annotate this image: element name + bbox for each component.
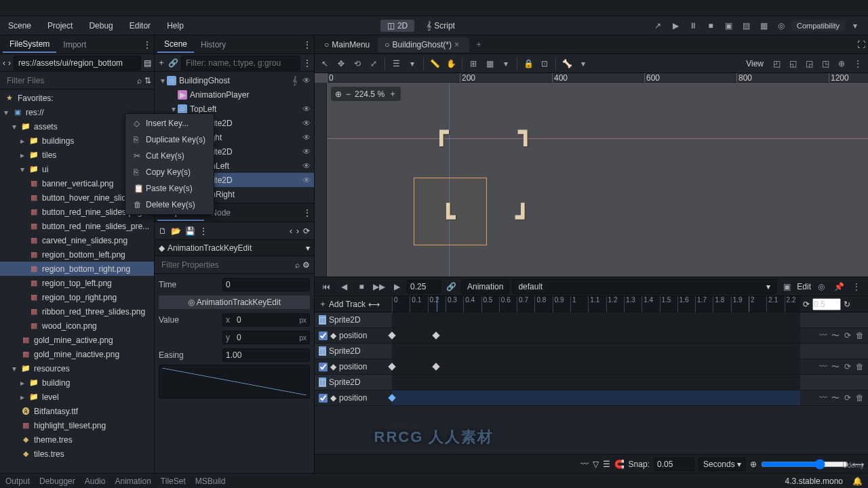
tab-tileset[interactable]: TileSet (161, 476, 186, 486)
group-icon[interactable]: ⊡ (537, 56, 552, 71)
vp-opt5-icon[interactable]: ⊕ (834, 56, 849, 71)
zoom-in-icon[interactable]: ＋ (389, 88, 397, 100)
track-enabled-checkbox[interactable] (319, 331, 328, 340)
add-tab-button[interactable]: ＋ (471, 37, 487, 52)
interp-icon[interactable]: 〰 (818, 330, 829, 341)
dock-menu-icon[interactable]: ⋮ (303, 208, 311, 218)
zoom-value[interactable]: 224.5 % (355, 89, 384, 99)
magnet-icon[interactable]: 🧲 (614, 460, 625, 469)
search-icon[interactable]: ⌕ (137, 76, 142, 85)
vp-opt1-icon[interactable]: ◰ (769, 56, 784, 71)
tab-history[interactable]: History (194, 37, 233, 52)
stop-icon[interactable]: ■ (354, 279, 369, 294)
play-from-start-icon[interactable]: ▶ (389, 279, 404, 294)
ctx-delete-key[interactable]: 🗑Delete Key(s) (125, 197, 214, 213)
tab-debugger[interactable]: Debugger (39, 476, 75, 486)
path-back-icon[interactable]: ‹ (3, 58, 5, 68)
vp-opt4-icon[interactable]: ◳ (818, 56, 833, 71)
filter-files-input[interactable] (3, 74, 134, 87)
render-button[interactable]: ◎ (774, 18, 789, 33)
vp-opt2-icon[interactable]: ◱ (785, 56, 800, 71)
mode-script-button[interactable]: 𝄞 Script (420, 20, 462, 32)
renderer-select[interactable]: Compatibility (791, 20, 845, 31)
dock-menu-icon[interactable]: ⋮ (143, 40, 151, 49)
wrap-icon[interactable]: 〜 (830, 392, 841, 403)
zoom-reset-icon[interactable]: ⊕ (750, 460, 757, 469)
tab-filesystem[interactable]: FileSystem (3, 37, 56, 53)
step-icon[interactable]: ⟷ (368, 300, 380, 309)
edit-menu[interactable]: Edit (797, 282, 811, 291)
unit-select[interactable]: Seconds ▾ (698, 458, 746, 471)
vp-more-icon[interactable]: ⋮ (850, 56, 865, 71)
rotate-mode-icon[interactable]: ⟲ (350, 56, 365, 71)
filter-properties-input[interactable] (159, 258, 292, 272)
interp-icon[interactable]: 〰 (818, 392, 829, 403)
play-icon[interactable]: ▶▶ (372, 279, 387, 294)
save-icon[interactable]: 💾 (185, 226, 195, 236)
scene-tab-mainmenu[interactable]: ○MainMenu (317, 37, 376, 52)
menu-scene[interactable]: Scene (0, 16, 39, 35)
anim-length-input[interactable] (812, 298, 841, 310)
eye-icon[interactable]: 👁 (302, 161, 311, 171)
select-mode-icon[interactable]: ↖ (317, 56, 332, 71)
tracks-list[interactable]: ◫Sprite2D ◆position〰〜⟳🗑 ◫Sprite2D ◆posit… (315, 312, 868, 454)
movie-button[interactable]: ▦ (756, 18, 771, 33)
pause-button[interactable]: ⏸ (686, 18, 701, 33)
history-back-icon[interactable]: ‹ (290, 226, 292, 236)
animation-menu[interactable]: Animation (461, 279, 509, 294)
instantiate-icon[interactable]: 🔗 (168, 58, 178, 68)
loop-mode-icon[interactable]: ↻ (844, 300, 850, 309)
reload-icon[interactable]: ⟳ (303, 226, 310, 236)
grid-icon[interactable]: ▦ (482, 56, 497, 71)
easing-curve[interactable] (159, 365, 310, 399)
add-node-icon[interactable]: ＋ (157, 57, 165, 68)
new-icon[interactable]: 🗋 (159, 226, 167, 236)
scene-menu-icon[interactable]: ⋮ (303, 58, 311, 68)
expand-icon[interactable]: ⛶ (857, 40, 865, 49)
tab-import[interactable]: Import (56, 37, 93, 52)
play-back-from-end-icon[interactable]: ⏮ (319, 279, 334, 294)
timeline-zoom-slider[interactable] (761, 459, 848, 470)
notif-icon[interactable]: 🔔 (852, 476, 863, 486)
time-input[interactable] (407, 280, 441, 293)
move-mode-icon[interactable]: ✥ (334, 56, 349, 71)
loop-icon[interactable]: ⟳ (842, 330, 853, 341)
anim-menu-icon[interactable]: ⋮ (849, 279, 864, 294)
menu-debug[interactable]: Debug (81, 16, 121, 35)
eye-icon[interactable]: 👁 (302, 176, 311, 185)
mode-2d-button[interactable]: ◫ 2D (380, 20, 414, 32)
menu-icon[interactable]: ⋮ (199, 226, 208, 236)
history-fwd-icon[interactable]: › (296, 226, 299, 236)
inspector-type[interactable]: AnimationTrackKeyEdit (167, 243, 303, 253)
dock-menu-icon[interactable]: ⋮ (303, 40, 311, 49)
filter-icon[interactable]: ▽ (593, 460, 599, 469)
ctx-paste-key[interactable]: 📋Paste Key(s) (125, 180, 214, 197)
chevron-down-icon[interactable]: ▾ (306, 243, 310, 253)
eye-icon[interactable]: 👁 (302, 76, 311, 85)
lock-icon[interactable]: 🔒 (521, 56, 536, 71)
eye-icon[interactable]: 👁 (302, 119, 311, 128)
ruler-icon[interactable]: 📏 (427, 56, 442, 71)
loop-icon[interactable]: ⟳ (842, 392, 853, 403)
animation-clip-select[interactable]: default ▾ (512, 279, 776, 294)
track-enabled-checkbox[interactable] (319, 363, 328, 371)
scene-tab-buildingghost[interactable]: ○BuildingGhost(*)× (378, 37, 469, 52)
interp-icon[interactable]: 〰 (818, 361, 829, 372)
play-scene-button[interactable]: ▣ (721, 18, 736, 33)
pin-icon[interactable]: 📌 (831, 279, 846, 294)
delete-icon[interactable]: 🗑 (854, 392, 865, 403)
scene-filter-input[interactable] (181, 56, 300, 70)
delete-icon[interactable]: 🗑 (854, 330, 865, 341)
load-icon[interactable]: 📂 (171, 226, 181, 236)
search-icon[interactable]: ⌕ (295, 260, 300, 270)
tab-animation[interactable]: Animation (115, 476, 151, 486)
settings-icon[interactable]: ⚙ (302, 260, 310, 270)
list-select-icon[interactable]: ☰ (389, 56, 403, 71)
play-back-icon[interactable]: ◀ (336, 279, 351, 294)
snap-icon[interactable]: ⊞ (466, 56, 481, 71)
chevron-down-icon[interactable]: ▾ (576, 56, 591, 71)
add-track-button[interactable]: ＋Add Track (319, 298, 366, 310)
bezier-icon[interactable]: 〰 (580, 460, 589, 469)
loop-icon[interactable]: ⟳ (803, 300, 810, 309)
link-icon[interactable]: 🔗 (443, 279, 458, 294)
